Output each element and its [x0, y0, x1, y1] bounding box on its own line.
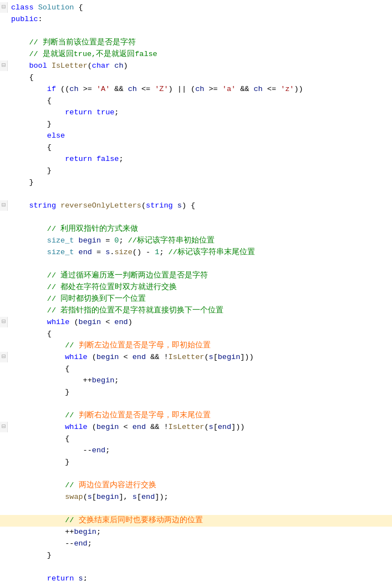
code-text-11: } [8, 119, 392, 130]
code-line-16: } [0, 177, 392, 189]
code-line-24: // 通过循环遍历逐一判断两边位置是否是字符 [0, 270, 392, 282]
code-text-29: { [8, 329, 392, 340]
code-text-41 [8, 468, 392, 480]
code-text-45: // 交换结束后同时也要移动两边的位置 [8, 515, 392, 527]
code-line-8: if ((ch >= 'A' && ch <= 'Z') || (ch >= '… [0, 84, 392, 95]
code-line-29: { [0, 329, 392, 340]
code-line-21: size_t begin = 0; //标记该字符串初始位置 [0, 235, 392, 247]
gutter-37: ⊟ [0, 422, 8, 432]
code-line-43: swap(s[begin], s[end]); [0, 492, 392, 503]
code-line-31: ⊟ while (begin < end && !IsLetter(s[begi… [0, 352, 392, 363]
code-text-21: size_t begin = 0; //标记该字符串初始位置 [8, 235, 392, 247]
code-line-48: } [0, 550, 392, 562]
code-text-30: // 判断左边位置是否是字母，即初始位置 [8, 340, 392, 352]
code-line-26: // 同时都切换到下一个位置 [0, 294, 392, 305]
code-text-48: } [8, 550, 392, 562]
code-line-47: --end; [0, 538, 392, 550]
code-text-47: --end; [8, 538, 392, 550]
code-text-18: string reverseOnlyLetters(string s) { [8, 200, 392, 212]
code-text-10: return true; [8, 107, 392, 119]
code-text-19 [8, 212, 392, 224]
code-text-26: // 同时都切换到下一个位置 [8, 294, 392, 305]
gutter-28: ⊟ [0, 317, 8, 327]
code-line-38: { [0, 433, 392, 445]
code-line-22: size_t end = s.size() - 1; //标记该字符串末尾位置 [0, 247, 392, 259]
code-line-25: // 都处在字符位置时双方就进行交换 [0, 282, 392, 294]
code-line-28: ⊟ while (begin < end) [0, 317, 392, 329]
code-line-41 [0, 468, 392, 480]
code-text-46: ++begin; [8, 527, 392, 538]
code-text-17 [8, 189, 392, 200]
code-container: ⊟ class Solution { public: // 判断当前该位置是否是… [0, 0, 392, 581]
code-line-23 [0, 259, 392, 270]
gutter-18: ⊟ [0, 200, 8, 211]
code-line-11: } [0, 119, 392, 130]
code-text-20: // 利用双指针的方式来做 [8, 224, 392, 235]
code-text-5: // 是就返回true,不是就返回false [8, 49, 392, 60]
code-line-32: { [0, 363, 392, 375]
code-line-5: // 是就返回true,不是就返回false [0, 49, 392, 60]
code-text-6: bool IsLetter(char ch) [8, 60, 392, 72]
code-line-4: // 判断当前该位置是否是字符 [0, 37, 392, 49]
code-text-38: { [8, 433, 392, 445]
code-line-6: ⊟ bool IsLetter(char ch) [0, 60, 392, 72]
code-text-14: return false; [8, 154, 392, 165]
code-text-32: { [8, 363, 392, 375]
code-line-20: // 利用双指针的方式来做 [0, 224, 392, 235]
code-line-35 [0, 398, 392, 410]
code-line-9: { [0, 95, 392, 107]
code-text-34: } [8, 387, 392, 398]
code-line-46: ++begin; [0, 527, 392, 538]
code-line-50: return s; [0, 573, 392, 581]
code-text-2: public: [8, 14, 392, 26]
code-line-7: { [0, 72, 392, 84]
code-line-33: ++begin; [0, 375, 392, 387]
code-line-45: // 交换结束后同时也要移动两边的位置 [0, 515, 392, 527]
code-line-15: } [0, 165, 392, 177]
gutter-6: ⊟ [0, 60, 8, 71]
code-line-27: // 若指针指的位置不是字符就直接切换下一个位置 [0, 305, 392, 317]
code-line-37: ⊟ while (begin < end && !IsLetter(s[end]… [0, 422, 392, 433]
code-line-14: return false; [0, 154, 392, 165]
code-text-28: while (begin < end) [8, 317, 392, 329]
code-text-27: // 若指针指的位置不是字符就直接切换下一个位置 [8, 305, 392, 317]
code-text-23 [8, 259, 392, 270]
code-line-49 [0, 562, 392, 573]
code-text-9: { [8, 95, 392, 107]
code-text-22: size_t end = s.size() - 1; //标记该字符串末尾位置 [8, 247, 392, 259]
code-line-13: { [0, 142, 392, 154]
code-text-4: // 判断当前该位置是否是字符 [8, 37, 392, 49]
code-line-36: // 判断右边位置是否是字母，即末尾位置 [0, 410, 392, 422]
code-text-8: if ((ch >= 'A' && ch <= 'Z') || (ch >= '… [8, 84, 392, 95]
code-text-16: } [8, 177, 392, 189]
code-text-42: // 两边位置内容进行交换 [8, 480, 392, 492]
code-text-36: // 判断右边位置是否是字母，即末尾位置 [8, 410, 392, 422]
code-line-3 [0, 26, 392, 37]
gutter-1: ⊟ [0, 2, 8, 13]
code-line-40: } [0, 457, 392, 468]
code-line-10: return true; [0, 107, 392, 119]
code-text-40: } [8, 457, 392, 468]
code-line-39: --end; [0, 445, 392, 457]
code-text-39: --end; [8, 445, 392, 457]
code-text-35 [8, 398, 392, 410]
code-line-30: // 判断左边位置是否是字母，即初始位置 [0, 340, 392, 352]
gutter-31: ⊟ [0, 352, 8, 362]
code-text-3 [8, 26, 392, 37]
code-text-12: else [8, 130, 392, 142]
code-text-31: while (begin < end && !IsLetter(s[begin]… [8, 352, 392, 363]
code-line-12: else [0, 130, 392, 142]
code-line-17 [0, 189, 392, 200]
code-line-34: } [0, 387, 392, 398]
code-text-49 [8, 562, 392, 573]
code-line-18: ⊟ string reverseOnlyLetters(string s) { [0, 200, 392, 212]
code-text-7: { [8, 72, 392, 84]
code-text-44 [8, 503, 392, 515]
code-line-1: ⊟ class Solution { [0, 2, 392, 14]
code-text-24: // 通过循环遍历逐一判断两边位置是否是字符 [8, 270, 392, 282]
code-text-37: while (begin < end && !IsLetter(s[end])) [8, 422, 392, 433]
code-line-42: // 两边位置内容进行交换 [0, 480, 392, 492]
code-text-15: } [8, 165, 392, 177]
code-text-33: ++begin; [8, 375, 392, 387]
code-text-43: swap(s[begin], s[end]); [8, 492, 392, 503]
